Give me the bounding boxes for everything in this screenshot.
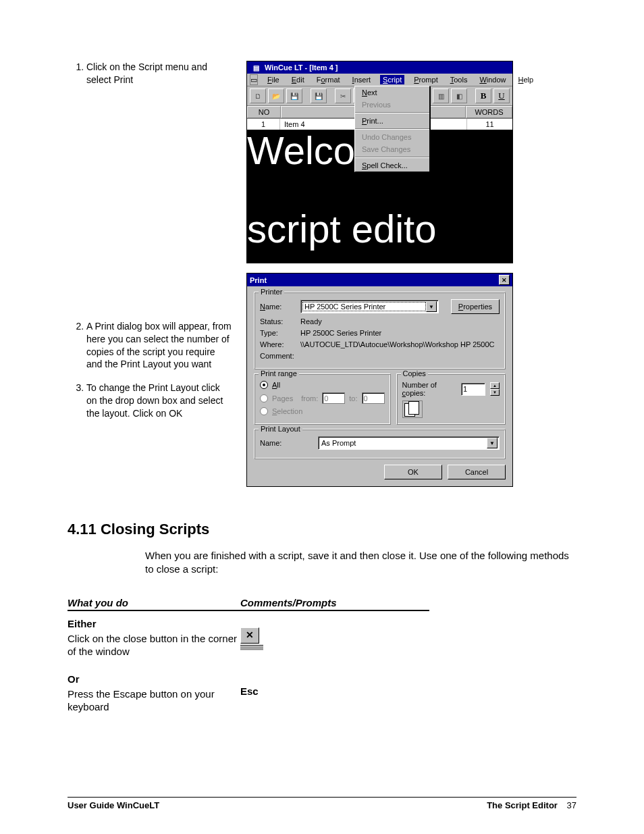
esc-label: Esc: [240, 685, 429, 697]
menu-edit[interactable]: Edit: [289, 75, 307, 84]
printer-name-row: Name: HP 2500C Series Printer ▼ Properti…: [260, 299, 500, 314]
row-or: Or Press the Escape button on your keybo…: [68, 671, 432, 726]
menu-help[interactable]: Help: [516, 75, 537, 84]
range-group: Print range All Pages from: 0 to:: [254, 373, 391, 425]
tb-saveall-icon[interactable]: 💾: [311, 88, 327, 103]
dd-previous: Previous: [355, 99, 429, 111]
menu-insert[interactable]: Insert: [350, 75, 374, 84]
col-no: NO: [247, 106, 281, 118]
page-number: 37: [567, 800, 576, 810]
opt-pages: Pages from: 0 to: 0: [260, 392, 385, 404]
from-input: 0: [322, 392, 345, 404]
combo-arrow-icon[interactable]: ▼: [426, 301, 437, 312]
ok-button[interactable]: OK: [384, 465, 442, 479]
dlg-body: Printer Name: HP 2500C Series Printer ▼ …: [247, 286, 512, 486]
dd-next[interactable]: Next: [355, 86, 429, 99]
dlg-titlebar: Print ✕: [247, 273, 512, 286]
tb-save-icon[interactable]: 💾: [286, 88, 302, 103]
tb-cut-icon[interactable]: ✂: [335, 88, 351, 103]
dd-save-changes: Save Changes: [355, 143, 429, 155]
type-row: Type: HP 2500C Series Printer: [260, 329, 500, 337]
window-close-icon: ✕: [240, 627, 259, 644]
spacer: [68, 97, 233, 320]
layout-combo[interactable]: As Prompt ▼: [318, 436, 500, 450]
col-b-title: Comments/Prompts: [240, 597, 429, 611]
layout-row: Name: As Prompt ▼: [260, 436, 500, 450]
menu-prompt[interactable]: Prompt: [411, 75, 440, 84]
tb-bold-button[interactable]: B: [475, 88, 491, 103]
upper-row: Click on the Script menu and select Prin…: [68, 61, 576, 487]
copies-group: Copies Number of copies: 1 ▲ ▼: [396, 373, 506, 425]
status-row: Status: Ready: [260, 317, 500, 325]
grip-graphic: [240, 646, 263, 650]
tb-underline-button[interactable]: U: [493, 88, 510, 103]
menu-script[interactable]: Script: [380, 75, 404, 84]
either-text: Click on the close button in the corner …: [68, 632, 240, 658]
dd-print[interactable]: Print...: [355, 115, 429, 127]
instruction-list: Click on the Script menu and select Prin…: [68, 61, 233, 86]
where-row: Where: \\AUTOCUE_LTD\Autocue\Workshop\Wo…: [260, 340, 500, 348]
step-1: Click on the Script menu and select Prin…: [86, 61, 233, 86]
menu-tools[interactable]: Tools: [448, 75, 471, 84]
dd-spell-check[interactable]: Spell Check...: [355, 159, 429, 172]
properties-button[interactable]: Properties: [451, 299, 500, 314]
app-icon: ▤: [251, 63, 261, 72]
step-3: To change the Print Layout click on the …: [86, 382, 233, 420]
layout-arrow-icon[interactable]: ▼: [487, 438, 498, 448]
either-label: Either: [68, 618, 240, 629]
cell-words: 11: [467, 119, 512, 130]
menu-file[interactable]: File: [265, 75, 282, 84]
cancel-button[interactable]: Cancel: [448, 465, 506, 479]
collate-icon: [402, 400, 423, 418]
step-2: A Print dialog box will appear, from her…: [86, 320, 233, 371]
range-legend: Print range: [259, 369, 299, 377]
close-button-graphic: ✕: [240, 627, 429, 650]
comment-label: Comment:: [260, 352, 296, 360]
printer-name-value: HP 2500C Series Printer: [302, 302, 426, 311]
mdi-icon[interactable]: ▭: [250, 74, 258, 85]
layout-group: Print Layout Name: As Prompt ▼: [254, 429, 506, 459]
wincue-window: ▤ WinCue LT - [Item 4 ] ▭ File Edit Form…: [246, 61, 513, 263]
copies-label: Number of copies:: [402, 381, 457, 397]
methods-table: What you do Comments/Prompts Either Clic…: [68, 597, 432, 726]
opt-all[interactable]: All: [260, 381, 385, 389]
dd-sep2: [355, 128, 429, 130]
layout-name-label: Name:: [260, 439, 314, 447]
footer-right: The Script Editor 37: [487, 800, 576, 810]
title-text: WinCue LT - [Item 4 ]: [265, 63, 338, 72]
spin-up-icon[interactable]: ▲: [490, 382, 500, 389]
tb-new-icon[interactable]: 🗋: [250, 88, 266, 103]
tb-open-icon[interactable]: 📂: [268, 88, 284, 103]
printer-group: Printer Name: HP 2500C Series Printer ▼ …: [254, 292, 506, 369]
instruction-list-2: A Print dialog box will appear, from her…: [68, 320, 233, 420]
cell-no: 1: [247, 119, 280, 130]
status-value: Ready: [300, 317, 322, 325]
range-copies-row: Print range All Pages from: 0 to:: [254, 373, 506, 429]
tb-misc1-icon[interactable]: ▥: [433, 88, 449, 103]
radio-pages: [260, 394, 268, 402]
menu-window[interactable]: Window: [477, 75, 508, 84]
close-icon[interactable]: ✕: [499, 275, 510, 285]
comment-row: Comment:: [260, 352, 500, 360]
toolbar: 🗋 📂 💾 💾 ✂ ⧉ ▥ ◧ B U Next P: [247, 86, 512, 106]
where-value: \\AUTOCUE_LTD\Autocue\Workshop\Workshop …: [300, 340, 495, 348]
type-value: HP 2500C Series Printer: [300, 329, 381, 337]
radio-all[interactable]: [260, 381, 268, 389]
from-label: from:: [301, 394, 318, 402]
spin-down-icon[interactable]: ▼: [490, 389, 500, 396]
editor-line2: script edito: [247, 207, 436, 251]
col-words: WORDS: [466, 106, 512, 118]
tb-misc2-icon[interactable]: ◧: [451, 88, 467, 103]
table-header: What you do Comments/Prompts: [68, 597, 432, 615]
footer: User Guide WinCueLT The Script Editor 37: [68, 797, 576, 810]
layout-value: As Prompt: [320, 439, 487, 447]
page: Click on the Script menu and select Prin…: [0, 0, 644, 834]
printer-name-combo[interactable]: HP 2500C Series Printer ▼: [300, 300, 439, 313]
copies-spinner[interactable]: ▲ ▼: [490, 382, 500, 396]
col-a-title: What you do: [68, 597, 240, 611]
row-either: Either Click on the close button in the …: [68, 615, 432, 671]
or-text: Press the Escape button on your keyboard: [68, 687, 240, 714]
copies-row: Number of copies: 1 ▲ ▼: [402, 381, 500, 397]
menu-format[interactable]: Format: [314, 75, 343, 84]
copies-input[interactable]: 1: [461, 383, 485, 396]
